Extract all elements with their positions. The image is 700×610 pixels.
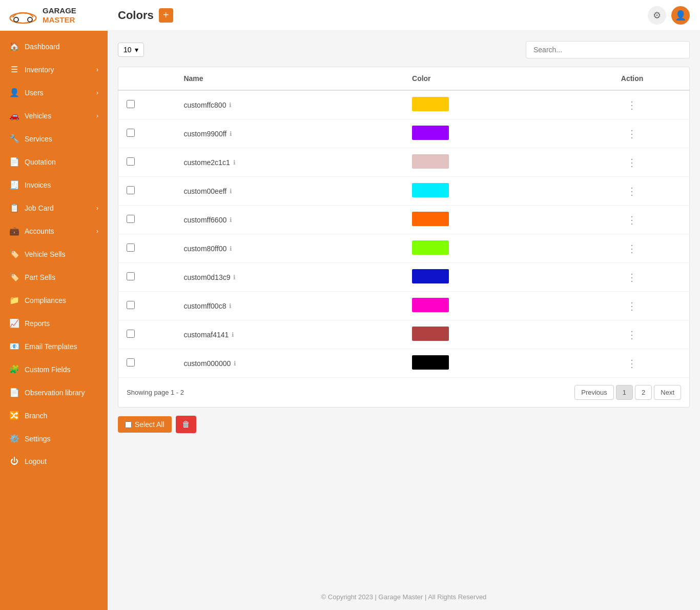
sidebar-item-customfields[interactable]: 🧩 Custom Fields bbox=[0, 358, 108, 381]
table-row: customffc800 ℹ ⋮ bbox=[118, 90, 689, 119]
sidebar-item-logout[interactable]: ⏻ Logout bbox=[0, 450, 108, 473]
chevron-right-icon: › bbox=[96, 66, 98, 73]
avatar-button[interactable]: 👤 bbox=[671, 6, 690, 25]
col-header-color: Color bbox=[404, 67, 575, 90]
row-name-cell: custom9900ff ℹ bbox=[175, 119, 404, 148]
chevron-right-icon2: › bbox=[96, 89, 98, 96]
action-menu-button[interactable]: ⋮ bbox=[627, 157, 637, 168]
row-color-cell bbox=[404, 90, 575, 119]
action-menu-button[interactable]: ⋮ bbox=[627, 128, 637, 139]
sidebar-item-compliances[interactable]: 📁 Compliances bbox=[0, 289, 108, 312]
row-name-cell: custom00eeff ℹ bbox=[175, 177, 404, 206]
select-all-checkbox[interactable] bbox=[125, 421, 132, 428]
sidebar-item-inventory[interactable]: ☰ Inventory › bbox=[0, 58, 108, 81]
sidebar-label-users: Users bbox=[25, 89, 44, 97]
sidebar-item-invoices[interactable]: 🧾 Invoices bbox=[0, 173, 108, 196]
row-checkbox-cell bbox=[118, 119, 175, 148]
sidebar-item-vehiclesells[interactable]: 🏷️ Vehicle Sells bbox=[0, 242, 108, 266]
row-checkbox-0[interactable] bbox=[127, 100, 135, 108]
color-name-text: custome2c1c1 bbox=[183, 158, 230, 167]
sidebar-item-reports[interactable]: 📈 Reports bbox=[0, 312, 108, 335]
row-checkbox-7[interactable] bbox=[127, 301, 135, 309]
dashboard-icon: 🏠 bbox=[9, 42, 19, 51]
sidebar-item-services[interactable]: 🔧 Services bbox=[0, 127, 108, 150]
sidebar-label-jobcard: Job Card bbox=[25, 204, 54, 212]
select-all-button[interactable]: Select All bbox=[118, 416, 172, 433]
action-menu-button[interactable]: ⋮ bbox=[627, 243, 637, 254]
row-color-cell bbox=[404, 234, 575, 263]
info-icon[interactable]: ℹ bbox=[230, 216, 232, 223]
sidebar-item-users[interactable]: 👤 Users › bbox=[0, 81, 108, 104]
info-icon[interactable]: ℹ bbox=[233, 159, 236, 166]
sidebar-item-jobcard[interactable]: 📋 Job Card › bbox=[0, 196, 108, 219]
sidebar-item-accounts[interactable]: 💼 Accounts › bbox=[0, 219, 108, 242]
vehicles-icon: 🚗 bbox=[9, 111, 19, 120]
sidebar-label-dashboard: Dashboard bbox=[25, 43, 60, 51]
add-color-button[interactable]: + bbox=[159, 8, 173, 23]
row-checkbox-1[interactable] bbox=[127, 129, 135, 137]
row-checkbox-4[interactable] bbox=[127, 215, 135, 223]
sidebar-item-vehicles[interactable]: 🚗 Vehicles › bbox=[0, 104, 108, 127]
action-menu-button[interactable]: ⋮ bbox=[627, 99, 637, 111]
row-checkbox-3[interactable] bbox=[127, 186, 135, 194]
invoices-icon: 🧾 bbox=[9, 180, 19, 190]
sidebar-item-observationlibrary[interactable]: 📄 Observation library bbox=[0, 381, 108, 404]
previous-button[interactable]: Previous bbox=[574, 385, 614, 400]
info-icon[interactable]: ℹ bbox=[230, 245, 232, 252]
chevron-down-icon: ▾ bbox=[135, 46, 138, 54]
search-input[interactable] bbox=[526, 41, 690, 58]
row-action-cell: ⋮ bbox=[575, 206, 689, 234]
observationlibrary-icon: 📄 bbox=[9, 388, 19, 397]
bottom-actions: Select All 🗑 bbox=[118, 416, 690, 433]
row-color-cell bbox=[404, 148, 575, 177]
sidebar-label-compliances: Compliances bbox=[25, 296, 66, 304]
settings-button[interactable]: ⚙ bbox=[648, 6, 666, 25]
row-checkbox-cell bbox=[118, 148, 175, 177]
action-menu-button[interactable]: ⋮ bbox=[627, 214, 637, 226]
sidebar-item-branch[interactable]: 🔀 Branch bbox=[0, 404, 108, 427]
row-checkbox-8[interactable] bbox=[127, 330, 135, 338]
info-icon[interactable]: ℹ bbox=[230, 130, 232, 137]
footer-text: © Copyright 2023 | Garage Master | All R… bbox=[321, 593, 487, 601]
delete-button[interactable]: 🗑 bbox=[176, 416, 196, 433]
sidebar-label-partsells: Part Sells bbox=[25, 273, 55, 281]
row-name-cell: custom80ff00 ℹ bbox=[175, 234, 404, 263]
sidebar-nav: 🏠 Dashboard ☰ Inventory › 👤 Users › 🚗 Ve… bbox=[0, 31, 108, 477]
row-checkbox-cell bbox=[118, 177, 175, 206]
info-icon[interactable]: ℹ bbox=[230, 188, 232, 195]
info-icon[interactable]: ℹ bbox=[234, 360, 236, 367]
table-row: custom00eeff ℹ ⋮ bbox=[118, 177, 689, 206]
page-1-button[interactable]: 1 bbox=[616, 385, 633, 400]
sidebar-item-settings[interactable]: ⚙️ Settings bbox=[0, 427, 108, 450]
sidebar: GARAGE MASTER 🏠 Dashboard ☰ Inventory › … bbox=[0, 0, 108, 610]
row-checkbox-9[interactable] bbox=[127, 358, 135, 367]
per-page-select[interactable]: 10 ▾ bbox=[118, 43, 144, 57]
sidebar-item-partsells[interactable]: 🏷️ Part Sells bbox=[0, 266, 108, 289]
sidebar-item-quotation[interactable]: 📄 Quotation bbox=[0, 150, 108, 173]
pagination-buttons: Previous 1 2 Next bbox=[574, 385, 681, 400]
row-name-cell: customff00c8 ℹ bbox=[175, 292, 404, 320]
action-menu-button[interactable]: ⋮ bbox=[627, 358, 637, 369]
info-icon[interactable]: ℹ bbox=[232, 331, 234, 338]
next-button[interactable]: Next bbox=[654, 385, 681, 400]
action-menu-button[interactable]: ⋮ bbox=[627, 329, 637, 340]
action-menu-button[interactable]: ⋮ bbox=[627, 186, 637, 197]
action-menu-button[interactable]: ⋮ bbox=[627, 300, 637, 312]
row-checkbox-6[interactable] bbox=[127, 272, 135, 280]
row-checkbox-5[interactable] bbox=[127, 243, 135, 252]
info-icon[interactable]: ℹ bbox=[229, 302, 232, 310]
info-icon[interactable]: ℹ bbox=[229, 101, 232, 109]
color-swatch bbox=[412, 154, 449, 169]
page-2-button[interactable]: 2 bbox=[635, 385, 652, 400]
row-checkbox-2[interactable] bbox=[127, 157, 135, 166]
sidebar-label-quotation: Quotation bbox=[25, 158, 56, 166]
toolbar: 10 ▾ bbox=[118, 41, 690, 58]
sidebar-item-dashboard[interactable]: 🏠 Dashboard bbox=[0, 35, 108, 58]
info-icon[interactable]: ℹ bbox=[233, 274, 236, 281]
action-menu-button[interactable]: ⋮ bbox=[627, 272, 637, 283]
row-color-cell bbox=[404, 349, 575, 378]
sidebar-label-customfields: Custom Fields bbox=[25, 365, 70, 374]
color-name-text: custom0d13c9 bbox=[183, 273, 230, 281]
sidebar-label-vehicles: Vehicles bbox=[25, 112, 51, 120]
sidebar-item-emailtemplates[interactable]: 📧 Email Templates bbox=[0, 335, 108, 358]
